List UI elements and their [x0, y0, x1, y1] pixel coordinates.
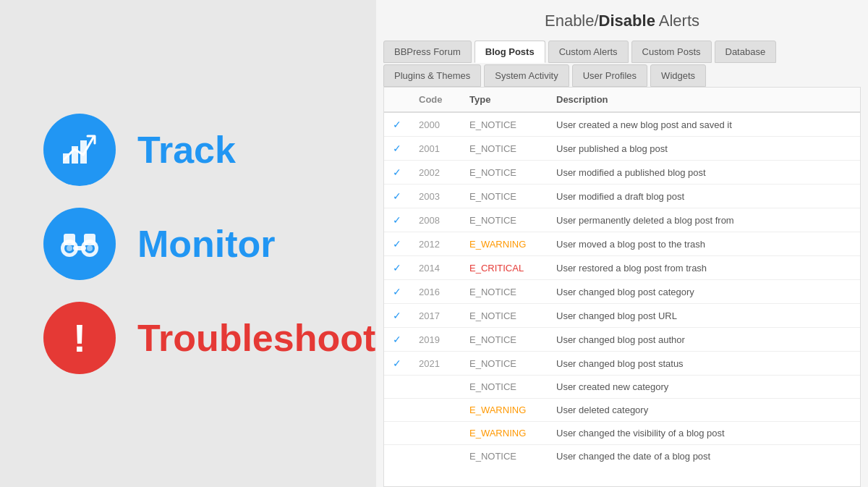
- row-checkbox[interactable]: ✓: [384, 208, 410, 232]
- table-row: ✓2016E_NOTICEUser changed blog post cate…: [384, 280, 860, 304]
- monitor-label: Monitor: [137, 222, 276, 266]
- tab-customposts[interactable]: Custom Posts: [631, 41, 712, 63]
- row-checkbox[interactable]: ✓: [384, 280, 410, 304]
- row-code: 2003: [410, 185, 461, 208]
- row-description: User moved a blog post to the trash: [548, 232, 860, 256]
- row-description: User changed blog post author: [548, 328, 860, 352]
- row-type: E_WARNING: [461, 422, 548, 445]
- tab-database[interactable]: Database: [715, 41, 777, 63]
- tab-userprofiles[interactable]: User Profiles: [572, 64, 647, 87]
- panel-title: Enable/Disable Alerts: [376, 12, 868, 30]
- row-description: User changed blog post category: [548, 280, 860, 304]
- row-type: E_NOTICE: [461, 112, 548, 137]
- alerts-table-container: Code Type Description ✓2000E_NOTICEUser …: [383, 87, 861, 487]
- tab-pluginsthemes[interactable]: Plugins & Themes: [383, 64, 481, 87]
- row-type: E_NOTICE: [461, 208, 548, 232]
- row-type: E_NOTICE: [461, 376, 548, 399]
- table-row: ✓2002E_NOTICEUser modified a published b…: [384, 161, 860, 185]
- monitor-icon-circle: [43, 208, 116, 280]
- svg-point-5: [67, 245, 72, 251]
- row-code: 2000: [410, 112, 461, 137]
- row-type: E_WARNING: [461, 399, 548, 422]
- row-checkbox[interactable]: ✓: [384, 112, 410, 137]
- svg-rect-10: [64, 234, 75, 245]
- row-description: User created new category: [548, 376, 860, 399]
- row-description: User modified a draft blog post: [548, 185, 860, 208]
- alerts-table: Code Type Description ✓2000E_NOTICEUser …: [384, 88, 860, 467]
- row-code: 2012: [410, 232, 461, 256]
- row-description: User changed the visibility of a blog po…: [548, 422, 860, 445]
- troubleshoot-label: Troubleshoot: [137, 316, 375, 360]
- tab-row-2: Plugins & Themes System Activity User Pr…: [376, 64, 868, 87]
- row-type: E_NOTICE: [461, 304, 548, 328]
- row-code: 2016: [410, 280, 461, 304]
- left-panel: Track Monitor !: [0, 0, 376, 487]
- table-row: ✓2001E_NOTICEUser published a blog post: [384, 137, 860, 161]
- row-checkbox[interactable]: ✓: [384, 352, 410, 376]
- tab-customalerts[interactable]: Custom Alerts: [548, 41, 629, 63]
- table-row: ✓2012E_WARNINGUser moved a blog post to …: [384, 232, 860, 256]
- table-row: ✓2008E_NOTICEUser permanently deleted a …: [384, 208, 860, 232]
- table-row: ✓2021E_NOTICEUser changed blog post stat…: [384, 352, 860, 376]
- svg-rect-11: [84, 234, 95, 245]
- table-row: E_WARNINGUser changed the visibility of …: [384, 422, 860, 445]
- row-description: User deleted category: [548, 399, 860, 422]
- row-checkbox[interactable]: ✓: [384, 185, 410, 208]
- tab-blogposts[interactable]: Blog Posts: [475, 41, 545, 63]
- row-code: 2014: [410, 256, 461, 280]
- table-row: ✓2000E_NOTICEUser created a new blog pos…: [384, 112, 860, 137]
- row-type: E_CRITICAL: [461, 256, 548, 280]
- track-label: Track: [137, 128, 236, 171]
- col-header-type: Type: [461, 88, 548, 112]
- row-code: 2019: [410, 328, 461, 352]
- row-checkbox[interactable]: ✓: [384, 328, 410, 352]
- row-description: User changed the date of a blog post: [548, 445, 860, 468]
- troubleshoot-icon-circle: !: [43, 302, 116, 374]
- tab-row-1: BBPress Forum Blog Posts Custom Alerts C…: [376, 41, 868, 63]
- row-checkbox[interactable]: [384, 376, 410, 399]
- row-type: E_NOTICE: [461, 280, 548, 304]
- row-code: 2017: [410, 304, 461, 328]
- row-type: E_WARNING: [461, 232, 548, 256]
- table-row: ✓2017E_NOTICEUser changed blog post URL: [384, 304, 860, 328]
- row-checkbox[interactable]: [384, 399, 410, 422]
- row-code: [410, 445, 461, 468]
- col-header-code: Code: [410, 88, 461, 112]
- table-row: ✓2019E_NOTICEUser changed blog post auth…: [384, 328, 860, 352]
- row-checkbox[interactable]: ✓: [384, 161, 410, 185]
- table-row: ✓2003E_NOTICEUser modified a draft blog …: [384, 185, 860, 208]
- row-description: User restored a blog post from trash: [548, 256, 860, 280]
- row-type: E_NOTICE: [461, 328, 548, 352]
- right-panel: Enable/Disable Alerts BBPress Forum Blog…: [376, 0, 868, 487]
- row-code: [410, 376, 461, 399]
- svg-rect-9: [73, 246, 86, 250]
- row-type: E_NOTICE: [461, 352, 548, 376]
- feature-track: Track: [43, 114, 236, 186]
- row-code: [410, 422, 461, 445]
- row-code: 2021: [410, 352, 461, 376]
- row-checkbox[interactable]: [384, 422, 410, 445]
- tab-bbpress[interactable]: BBPress Forum: [383, 41, 472, 63]
- row-code: 2008: [410, 208, 461, 232]
- col-header-check: [384, 88, 410, 112]
- row-checkbox[interactable]: ✓: [384, 137, 410, 161]
- row-checkbox[interactable]: ✓: [384, 256, 410, 280]
- row-code: 2002: [410, 161, 461, 185]
- track-icon-circle: [43, 114, 116, 186]
- table-row: E_NOTICEUser changed the date of a blog …: [384, 445, 860, 468]
- tab-widgets[interactable]: Widgets: [650, 64, 706, 87]
- row-description: User modified a published blog post: [548, 161, 860, 185]
- table-row: ✓2014E_CRITICALUser restored a blog post…: [384, 256, 860, 280]
- chart-icon: [60, 130, 99, 169]
- row-checkbox[interactable]: [384, 445, 410, 468]
- tab-systemactivity[interactable]: System Activity: [484, 64, 569, 87]
- row-checkbox[interactable]: ✓: [384, 232, 410, 256]
- binoculars-icon: [59, 226, 100, 261]
- row-type: E_NOTICE: [461, 137, 548, 161]
- row-checkbox[interactable]: ✓: [384, 304, 410, 328]
- table-row: E_WARNINGUser deleted category: [384, 399, 860, 422]
- row-description: User changed blog post status: [548, 352, 860, 376]
- row-type: E_NOTICE: [461, 161, 548, 185]
- row-description: User changed blog post URL: [548, 304, 860, 328]
- row-type: E_NOTICE: [461, 185, 548, 208]
